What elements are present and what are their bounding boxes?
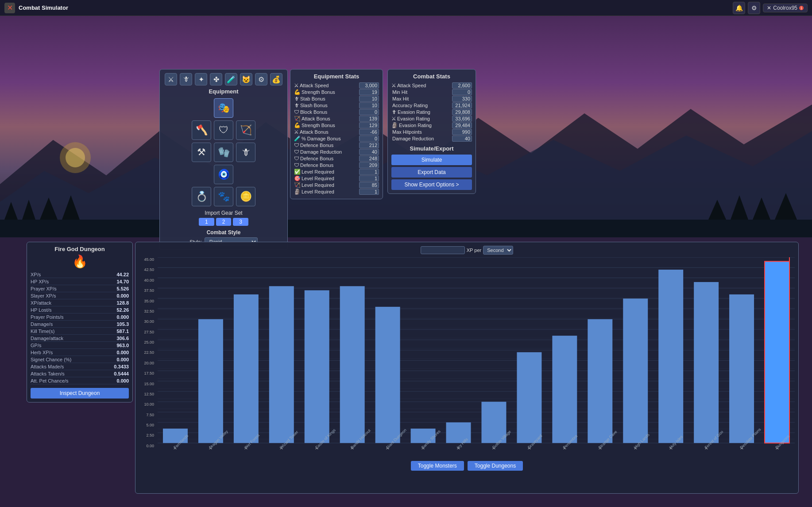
import-title: Import Gear Set — [163, 210, 284, 216]
equip-stats-list: ⚔ Attack Speed 3,000 💪 Strength Bonus 19… — [294, 82, 379, 195]
export-data-button[interactable]: Export Data — [391, 167, 472, 178]
dungeon-stat-row: Prayer Points/s 0.000 — [31, 314, 129, 321]
slot-extra[interactable]: 🪙 — [236, 187, 255, 206]
combat-stat-value: 29,484 — [452, 122, 472, 128]
equipment-panel: ⚔ 🗡 ✦ ✤ 🧪 😺 ⚙ 💰 Equipment 🎭 🪓 🛡 🏹 ⚒ 🧤 🗡 — [159, 69, 288, 250]
dungeon-stat-label: HP Lost/s — [31, 307, 52, 313]
settings-button[interactable]: ⚙ — [748, 2, 760, 14]
equip-stat-value: 40 — [359, 149, 379, 155]
combat-stat-row: ⚔ Attack Speed 2,600 — [391, 82, 472, 89]
combat-stat-row: Max Hitpoints 990 — [391, 129, 472, 135]
dungeon-stat-label: Attacks Taken/s — [31, 371, 65, 376]
combat-stats-list: ⚔ Attack Speed 2,600 Min Hit 0 Max Hit 3… — [391, 82, 472, 142]
tab-pet[interactable]: 😺 — [240, 73, 252, 85]
dungeon-stat-row: XP/attack 128.8 — [31, 300, 129, 306]
slot-legs[interactable]: 🧤 — [214, 143, 233, 162]
slot-weapon[interactable]: 🪓 — [192, 120, 211, 140]
bar-Dragon_Valley[interactable] — [198, 319, 223, 443]
equip-stat-label: 💪 Strength Bonus — [294, 122, 335, 128]
dungeon-stat-label: Prayer Points/s — [31, 314, 64, 320]
combat-stat-label: 🗡 Evasion Rating — [391, 109, 430, 115]
tab-potion[interactable]: 🧪 — [225, 73, 237, 85]
equip-stat-value: 139 — [359, 116, 379, 122]
equip-stat-label: 🗡 Slash Bonus — [294, 102, 328, 108]
time-unit-select[interactable]: Second Minute Hour — [483, 246, 513, 255]
equip-stat-value: 10 — [359, 102, 379, 108]
slot-gloves[interactable]: ⚒ — [192, 143, 211, 162]
combat-stat-value: 990 — [452, 129, 472, 135]
tab-gold[interactable]: 💰 — [270, 73, 282, 85]
dungeon-stat-row: Signet Chance (%) 0.000 — [31, 356, 129, 363]
username: Coolrox95 — [773, 5, 797, 11]
bar-Wet_Forest[interactable] — [234, 294, 259, 443]
dungeon-stat-value: 44.22 — [116, 272, 129, 277]
dungeon-stat-value: 52.26 — [116, 307, 129, 313]
bar-Giant_Dungeon[interactable] — [375, 307, 400, 443]
equip-stat-label: 🗿 Level Required — [294, 189, 334, 195]
top-bar: ✕ Combat Simulator 🔔 ⚙ ✕ Coolrox95 1 — [0, 0, 812, 16]
slot-body[interactable]: 🛡 — [214, 120, 233, 140]
combat-stat-value: 40 — [452, 135, 472, 142]
xp-per-input[interactable] — [421, 246, 465, 254]
equip-stat-label: 🛡 Defence Bonus — [294, 142, 333, 148]
dungeon-stat-label: Prayer XP/s — [31, 286, 57, 291]
dungeon-stat-row: HP Lost/s 52.26 — [31, 307, 129, 313]
bar-Holy_Isles[interactable] — [658, 270, 683, 443]
tab-magic[interactable]: ✦ — [195, 73, 207, 85]
slot-head[interactable]: 🎭 — [214, 98, 233, 118]
equipment-tabs: ⚔ 🗡 ✦ ✤ 🧪 😺 ⚙ 💰 — [163, 73, 284, 85]
chart-bottom-buttons: Toggle Monsters Toggle Dungeons — [139, 461, 795, 471]
import-btn-2[interactable]: 2 — [216, 218, 232, 226]
combat-stat-row: 🗿 Evasion Rating 29,484 — [391, 122, 472, 128]
dungeon-stat-label: XP/attack — [31, 300, 51, 306]
bar-Castle_of_Kings[interactable] — [305, 290, 329, 443]
equip-stat-row: 🏹 Level Required 85 — [294, 182, 379, 188]
toggle-dungeons-button[interactable]: Toggle Dungeons — [468, 461, 523, 471]
dungeon-stat-value: 587.1 — [116, 329, 129, 334]
slot-amulet[interactable]: 🧿 — [214, 165, 233, 184]
notifications-button[interactable]: 🔔 — [733, 2, 745, 14]
bar-Strange_Cave[interactable] — [588, 319, 612, 443]
import-btn-3[interactable]: 3 — [233, 218, 248, 226]
chart-controls: XP per Second Minute Hour — [139, 246, 795, 255]
combat-stat-label: Accuracy Rating — [391, 103, 428, 108]
slot-quiver[interactable]: 🏹 — [236, 120, 255, 140]
equip-stat-row: 💪 Strength Bonus 19 — [294, 89, 379, 95]
tab-attack[interactable]: 🗡 — [180, 73, 192, 85]
user-badge[interactable]: ✕ Coolrox95 1 — [763, 4, 808, 12]
tab-settings[interactable]: ⚙ — [255, 73, 267, 85]
equip-stat-row: 🏹 Attack Bonus 139 — [294, 116, 379, 122]
tab-combat[interactable]: ⚔ — [165, 73, 177, 85]
bar-High_Lands[interactable] — [623, 298, 648, 443]
dungeon-stat-label: Herb XP/s — [31, 350, 53, 355]
bar-Graveyard[interactable] — [517, 352, 541, 443]
slot-ring2[interactable]: 🐾 — [214, 187, 233, 206]
combat-stat-value: 0 — [452, 89, 472, 95]
equip-stat-row: 💪 Strength Bonus 129 — [294, 122, 379, 128]
combat-stat-value: 330 — [452, 96, 472, 102]
dungeon-stat-label: Damage/s — [31, 321, 53, 327]
bell-icon: 🔔 — [735, 4, 743, 12]
dungeon-stat-label: Att. Pet Chance/s — [31, 378, 69, 383]
app-title: Combat Simulator — [19, 4, 68, 11]
bar-Dungeons[interactable] — [765, 261, 789, 443]
dungeon-stat-value: 14.70 — [116, 279, 129, 284]
combat-stat-value: 21,924 — [452, 102, 472, 108]
bar-Forest_of_Goo[interactable] — [694, 282, 719, 443]
export-options-button[interactable]: Show Export Options > — [391, 179, 472, 190]
import-btn-1[interactable]: 1 — [199, 218, 214, 226]
slot-ring1[interactable]: 💍 — [192, 187, 211, 206]
bar-Penumbra[interactable] — [552, 336, 577, 443]
simulate-button[interactable]: Simulate — [391, 155, 472, 165]
toggle-monsters-button[interactable]: Toggle Monsters — [411, 461, 464, 471]
bar-Wizard_Tower[interactable] — [269, 286, 294, 443]
slot-boots[interactable]: 🗡 — [236, 143, 255, 162]
equip-stat-label: 🛡 Block Bonus — [294, 109, 327, 115]
inspect-dungeon-button[interactable]: Inspect Dungeon — [31, 388, 129, 399]
bar-Bandit_Hideout[interactable] — [340, 286, 365, 443]
tab-special[interactable]: ✤ — [210, 73, 222, 85]
equip-stat-value: 1 — [359, 189, 379, 195]
equip-stat-label: 🏹 Attack Bonus — [294, 116, 330, 122]
combat-stat-row: ⚔ Evasion Rating 33,696 — [391, 116, 472, 122]
bar-Desolate_Plains[interactable] — [729, 294, 754, 443]
